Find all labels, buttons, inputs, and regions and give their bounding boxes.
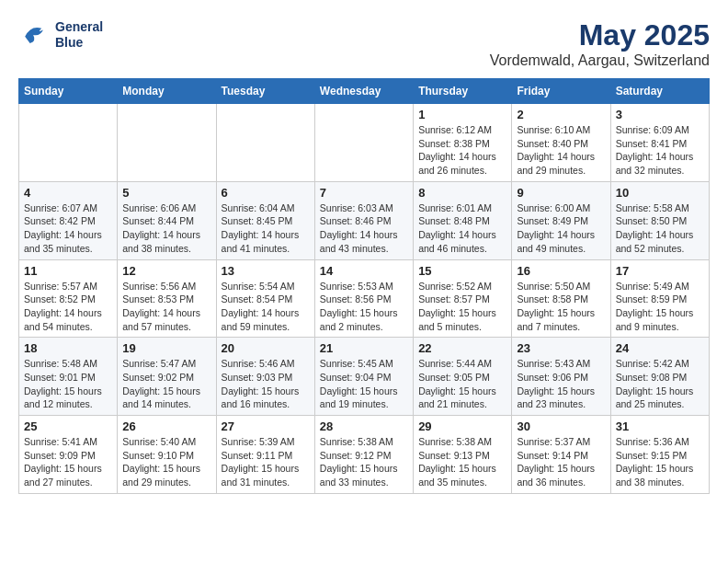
calendar-cell: 20Sunrise: 5:46 AM Sunset: 9:03 PM Dayli… xyxy=(216,338,314,416)
calendar-cell: 2Sunrise: 6:10 AM Sunset: 8:40 PM Daylig… xyxy=(512,104,610,182)
calendar-cell: 27Sunrise: 5:39 AM Sunset: 9:11 PM Dayli… xyxy=(216,416,314,494)
day-number: 25 xyxy=(24,419,112,433)
day-info: Sunrise: 5:41 AM Sunset: 9:09 PM Dayligh… xyxy=(24,435,112,489)
calendar-cell: 13Sunrise: 5:54 AM Sunset: 8:54 PM Dayli… xyxy=(216,259,314,338)
day-number: 18 xyxy=(24,341,112,355)
day-number: 27 xyxy=(222,419,310,433)
calendar-cell xyxy=(314,104,413,182)
day-info: Sunrise: 6:04 AM Sunset: 8:45 PM Dayligh… xyxy=(222,201,310,256)
day-info: Sunrise: 5:43 AM Sunset: 9:06 PM Dayligh… xyxy=(517,357,605,411)
day-info: Sunrise: 6:06 AM Sunset: 8:44 PM Dayligh… xyxy=(122,201,210,256)
page-title: May 2025 xyxy=(490,18,710,52)
day-info: Sunrise: 5:46 AM Sunset: 9:03 PM Dayligh… xyxy=(222,357,310,411)
day-number: 16 xyxy=(517,264,605,278)
day-info: Sunrise: 5:57 AM Sunset: 8:52 PM Dayligh… xyxy=(24,280,112,334)
calendar-cell: 16Sunrise: 5:50 AM Sunset: 8:58 PM Dayli… xyxy=(512,259,610,338)
day-number: 24 xyxy=(616,341,704,355)
day-info: Sunrise: 5:45 AM Sunset: 9:04 PM Dayligh… xyxy=(320,357,408,411)
day-number: 23 xyxy=(517,341,605,355)
calendar-cell: 1Sunrise: 6:12 AM Sunset: 8:38 PM Daylig… xyxy=(414,104,512,182)
day-number: 9 xyxy=(517,186,605,200)
calendar-cell xyxy=(216,104,314,182)
weekday-header: Saturday xyxy=(610,79,709,104)
day-info: Sunrise: 5:53 AM Sunset: 8:56 PM Dayligh… xyxy=(320,280,408,334)
day-number: 31 xyxy=(616,419,704,433)
day-number: 13 xyxy=(222,264,310,278)
calendar-cell xyxy=(19,104,118,182)
calendar-cell: 5Sunrise: 6:06 AM Sunset: 8:44 PM Daylig… xyxy=(118,181,216,259)
day-number: 28 xyxy=(320,419,408,433)
calendar-cell: 10Sunrise: 5:58 AM Sunset: 8:50 PM Dayli… xyxy=(610,181,709,259)
day-number: 12 xyxy=(122,264,210,278)
calendar-cell: 23Sunrise: 5:43 AM Sunset: 9:06 PM Dayli… xyxy=(512,338,610,416)
calendar-cell: 24Sunrise: 5:42 AM Sunset: 9:08 PM Dayli… xyxy=(610,338,709,416)
day-info: Sunrise: 6:03 AM Sunset: 8:46 PM Dayligh… xyxy=(320,201,408,256)
calendar-cell: 29Sunrise: 5:38 AM Sunset: 9:13 PM Dayli… xyxy=(414,416,512,494)
calendar-cell: 9Sunrise: 6:00 AM Sunset: 8:49 PM Daylig… xyxy=(512,181,610,259)
day-number: 6 xyxy=(222,186,310,200)
calendar-cell: 14Sunrise: 5:53 AM Sunset: 8:56 PM Dayli… xyxy=(314,259,413,338)
day-info: Sunrise: 5:38 AM Sunset: 9:12 PM Dayligh… xyxy=(320,435,408,489)
calendar-cell: 22Sunrise: 5:44 AM Sunset: 9:05 PM Dayli… xyxy=(414,338,512,416)
weekday-header: Wednesday xyxy=(314,79,413,104)
day-info: Sunrise: 6:00 AM Sunset: 8:49 PM Dayligh… xyxy=(517,201,605,256)
day-info: Sunrise: 5:48 AM Sunset: 9:01 PM Dayligh… xyxy=(24,357,112,411)
day-number: 10 xyxy=(616,186,704,200)
day-number: 4 xyxy=(24,186,112,200)
calendar-cell xyxy=(118,104,216,182)
calendar-cell: 6Sunrise: 6:04 AM Sunset: 8:45 PM Daylig… xyxy=(216,181,314,259)
day-info: Sunrise: 6:07 AM Sunset: 8:42 PM Dayligh… xyxy=(24,201,112,256)
day-number: 11 xyxy=(24,264,112,278)
day-info: Sunrise: 6:10 AM Sunset: 8:40 PM Dayligh… xyxy=(517,123,605,178)
day-number: 14 xyxy=(320,264,408,278)
day-info: Sunrise: 5:54 AM Sunset: 8:54 PM Dayligh… xyxy=(222,280,310,334)
calendar-cell: 26Sunrise: 5:40 AM Sunset: 9:10 PM Dayli… xyxy=(118,416,216,494)
day-number: 15 xyxy=(418,264,506,278)
calendar-cell: 28Sunrise: 5:38 AM Sunset: 9:12 PM Dayli… xyxy=(314,416,413,494)
day-number: 7 xyxy=(320,186,408,200)
day-number: 26 xyxy=(122,419,210,433)
day-number: 19 xyxy=(122,341,210,355)
calendar-cell: 18Sunrise: 5:48 AM Sunset: 9:01 PM Dayli… xyxy=(19,338,118,416)
calendar-table: SundayMondayTuesdayWednesdayThursdayFrid… xyxy=(18,78,710,494)
weekday-header: Friday xyxy=(512,79,610,104)
day-number: 5 xyxy=(122,186,210,200)
logo: General Blue xyxy=(18,18,103,52)
day-number: 30 xyxy=(517,419,605,433)
weekday-header: Sunday xyxy=(19,79,118,104)
day-number: 20 xyxy=(222,341,310,355)
day-number: 8 xyxy=(418,186,506,200)
day-info: Sunrise: 6:12 AM Sunset: 8:38 PM Dayligh… xyxy=(418,123,506,178)
day-number: 1 xyxy=(418,108,506,121)
weekday-header: Tuesday xyxy=(216,79,314,104)
day-info: Sunrise: 5:50 AM Sunset: 8:58 PM Dayligh… xyxy=(517,280,605,334)
day-number: 21 xyxy=(320,341,408,355)
calendar-cell: 4Sunrise: 6:07 AM Sunset: 8:42 PM Daylig… xyxy=(19,181,118,259)
logo-icon xyxy=(18,18,51,52)
title-block: May 2025 Vordemwald, Aargau, Switzerland xyxy=(490,18,710,69)
calendar-cell: 17Sunrise: 5:49 AM Sunset: 8:59 PM Dayli… xyxy=(610,259,709,338)
day-number: 22 xyxy=(418,341,506,355)
day-info: Sunrise: 5:47 AM Sunset: 9:02 PM Dayligh… xyxy=(122,357,210,411)
calendar-cell: 12Sunrise: 5:56 AM Sunset: 8:53 PM Dayli… xyxy=(118,259,216,338)
calendar-cell: 15Sunrise: 5:52 AM Sunset: 8:57 PM Dayli… xyxy=(414,259,512,338)
calendar-cell: 7Sunrise: 6:03 AM Sunset: 8:46 PM Daylig… xyxy=(314,181,413,259)
calendar-cell: 25Sunrise: 5:41 AM Sunset: 9:09 PM Dayli… xyxy=(19,416,118,494)
calendar-cell: 30Sunrise: 5:37 AM Sunset: 9:14 PM Dayli… xyxy=(512,416,610,494)
day-info: Sunrise: 5:42 AM Sunset: 9:08 PM Dayligh… xyxy=(616,357,704,411)
day-info: Sunrise: 5:56 AM Sunset: 8:53 PM Dayligh… xyxy=(122,280,210,334)
calendar-cell: 11Sunrise: 5:57 AM Sunset: 8:52 PM Dayli… xyxy=(19,259,118,338)
calendar-cell: 21Sunrise: 5:45 AM Sunset: 9:04 PM Dayli… xyxy=(314,338,413,416)
day-number: 17 xyxy=(616,264,704,278)
day-info: Sunrise: 6:01 AM Sunset: 8:48 PM Dayligh… xyxy=(418,201,506,256)
day-info: Sunrise: 5:58 AM Sunset: 8:50 PM Dayligh… xyxy=(616,201,704,256)
day-info: Sunrise: 5:40 AM Sunset: 9:10 PM Dayligh… xyxy=(122,435,210,489)
day-info: Sunrise: 5:52 AM Sunset: 8:57 PM Dayligh… xyxy=(418,280,506,334)
day-info: Sunrise: 5:39 AM Sunset: 9:11 PM Dayligh… xyxy=(222,435,310,489)
page-header: General Blue May 2025 Vordemwald, Aargau… xyxy=(18,18,710,69)
day-number: 29 xyxy=(418,419,506,433)
calendar-cell: 3Sunrise: 6:09 AM Sunset: 8:41 PM Daylig… xyxy=(610,104,709,182)
weekday-header: Thursday xyxy=(414,79,512,104)
calendar-cell: 8Sunrise: 6:01 AM Sunset: 8:48 PM Daylig… xyxy=(414,181,512,259)
day-info: Sunrise: 5:49 AM Sunset: 8:59 PM Dayligh… xyxy=(616,280,704,334)
